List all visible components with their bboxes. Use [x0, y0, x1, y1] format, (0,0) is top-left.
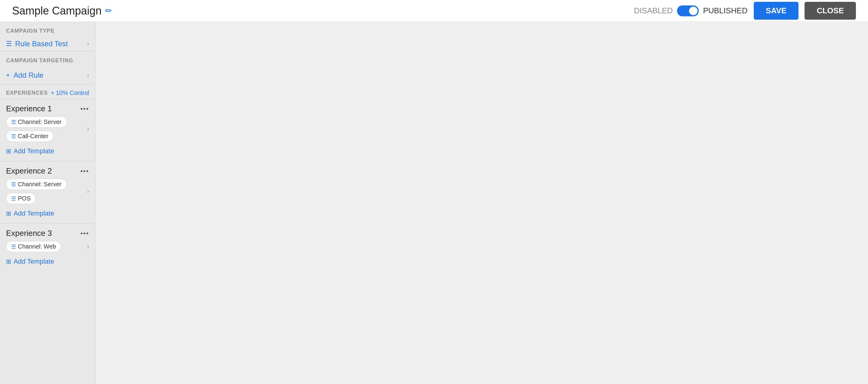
- disabled-label: DISABLED: [634, 6, 673, 16]
- add-template-2-icon: ⊞: [6, 210, 11, 217]
- experience-1-channels: ☰ Channel: Server ☰ Call-Center ›: [0, 116, 95, 145]
- experience-1-channels-left: ☰ Channel: Server ☰ Call-Center: [6, 116, 87, 142]
- add-experience-icon[interactable]: +: [51, 89, 54, 96]
- experience-1-chevron-icon: ›: [87, 125, 89, 133]
- experience-2-add-template-row[interactable]: ⊞ Add Template: [0, 207, 95, 224]
- add-template-3-text: Add Template: [13, 258, 54, 265]
- experience-block-3: Experience 3 ••• ☰ Channel: Web › ⊞ Add …: [0, 224, 95, 271]
- experience-1-name: Experience 1: [6, 104, 52, 113]
- exp3-channel-web-label: Channel: Web: [18, 243, 56, 250]
- experience-1-channel-server-pill[interactable]: ☰ Channel: Server: [6, 116, 67, 127]
- campaign-type-text: Rule Based Test: [15, 39, 68, 48]
- experience-2-header: Experience 2 •••: [0, 161, 95, 179]
- title-text: Sample Campaign: [12, 4, 101, 17]
- experience-2-channel-server-pill[interactable]: ☰ Channel: Server: [6, 179, 67, 190]
- experience-3-channel-web-pill[interactable]: ☰ Channel: Web: [6, 241, 61, 252]
- control-badge: 10% Control: [56, 89, 89, 96]
- experience-2-channel-pos-pill[interactable]: ☰ POS: [6, 193, 36, 204]
- exp2-channel-pos-list-icon: ☰: [11, 195, 16, 202]
- channel-server-list-icon: ☰: [11, 119, 16, 125]
- experience-2-chevron-icon: ›: [87, 187, 89, 195]
- edit-icon[interactable]: ✏: [105, 6, 112, 16]
- exp2-channel-server-list-icon: ☰: [11, 181, 16, 188]
- publish-toggle[interactable]: [677, 5, 699, 16]
- header-actions: DISABLED PUBLISHED SAVE CLOSE: [634, 2, 856, 20]
- experience-3-more-icon[interactable]: •••: [81, 230, 89, 237]
- experience-3-channels-left: ☰ Channel: Web: [6, 241, 61, 252]
- publish-toggle-group: DISABLED PUBLISHED: [634, 5, 748, 16]
- add-rule-row[interactable]: + Add Rule ›: [0, 66, 95, 84]
- campaign-title: Sample Campaign ✏: [12, 4, 112, 17]
- campaign-targeting-section-label: CAMPAIGN TARGETING: [0, 51, 95, 66]
- close-button[interactable]: CLOSE: [805, 2, 856, 20]
- exp2-channel-server-label: Channel: Server: [18, 181, 62, 188]
- add-template-2-text: Add Template: [13, 210, 54, 217]
- experience-3-channels: ☰ Channel: Web ›: [0, 241, 95, 255]
- channel-callcenter-list-icon: ☰: [11, 133, 16, 140]
- header: Sample Campaign ✏ DISABLED PUBLISHED SAV…: [0, 0, 868, 22]
- experience-1-channel-callcenter-pill[interactable]: ☰ Call-Center: [6, 130, 54, 142]
- layout: CAMPAIGN TYPE ☰ Rule Based Test › CAMPAI…: [0, 22, 868, 384]
- channel-callcenter-label: Call-Center: [18, 133, 49, 140]
- experience-1-header: Experience 1 •••: [0, 99, 95, 116]
- experience-1-more-icon[interactable]: •••: [81, 105, 89, 113]
- experience-block-2: Experience 2 ••• ☰ Channel: Server ☰ POS…: [0, 161, 95, 224]
- experiences-left: EXPERIENCES +: [6, 89, 54, 96]
- add-template-1-text: Add Template: [13, 147, 54, 155]
- experience-3-add-template-row[interactable]: ⊞ Add Template: [0, 255, 95, 271]
- main-content: [95, 22, 868, 384]
- published-label: PUBLISHED: [703, 6, 747, 16]
- experience-2-name: Experience 2: [6, 166, 52, 176]
- experience-3-name: Experience 3: [6, 229, 52, 238]
- experience-2-more-icon[interactable]: •••: [81, 167, 89, 175]
- experience-2-channels-left: ☰ Channel: Server ☰ POS: [6, 179, 87, 204]
- rule-based-list-icon: ☰: [6, 40, 12, 48]
- add-rule-text: Add Rule: [13, 71, 43, 80]
- add-rule-chevron-icon: ›: [87, 71, 89, 79]
- experiences-section-label: EXPERIENCES: [6, 90, 48, 96]
- experience-block-1: Experience 1 ••• ☰ Channel: Server ☰ Cal…: [0, 99, 95, 161]
- sidebar: CAMPAIGN TYPE ☰ Rule Based Test › CAMPAI…: [0, 22, 95, 384]
- campaign-type-chevron-icon: ›: [87, 40, 89, 48]
- experience-2-channels: ☰ Channel: Server ☰ POS ›: [0, 179, 95, 207]
- experience-3-chevron-icon: ›: [87, 243, 89, 250]
- add-rule-inner: + Add Rule: [6, 71, 43, 80]
- campaign-type-inner: ☰ Rule Based Test: [6, 39, 68, 48]
- add-template-3-icon: ⊞: [6, 258, 11, 265]
- experience-1-add-template-row[interactable]: ⊞ Add Template: [0, 145, 95, 161]
- channel-server-label: Channel: Server: [18, 119, 62, 125]
- experiences-header: EXPERIENCES + 10% Control: [0, 85, 95, 99]
- experience-3-header: Experience 3 •••: [0, 224, 95, 241]
- campaign-type-row[interactable]: ☰ Rule Based Test ›: [0, 37, 95, 51]
- save-button[interactable]: SAVE: [754, 2, 799, 20]
- add-template-1-icon: ⊞: [6, 148, 11, 155]
- exp2-channel-pos-label: POS: [18, 195, 31, 202]
- add-rule-plus-icon: +: [6, 71, 10, 79]
- exp3-channel-web-list-icon: ☰: [11, 243, 16, 250]
- campaign-type-section-label: CAMPAIGN TYPE: [0, 22, 95, 37]
